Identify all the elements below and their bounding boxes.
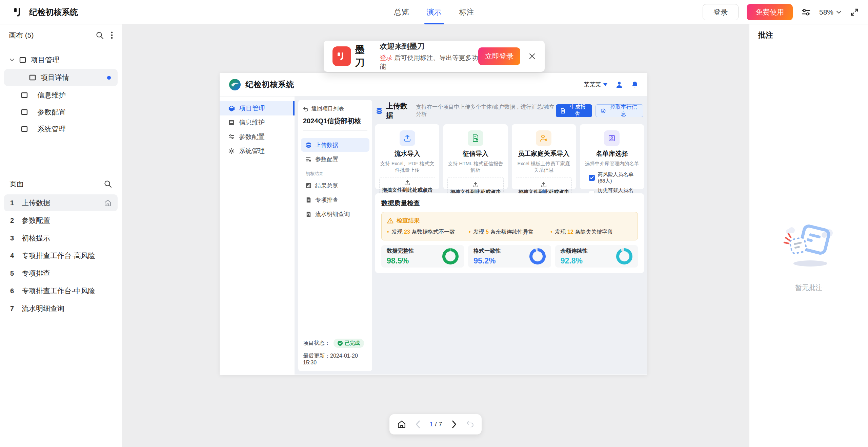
page-item-3[interactable]: 3 初核提示: [4, 230, 118, 247]
current-canvas-dot: [107, 76, 111, 80]
settings-sliders-icon[interactable]: [801, 7, 811, 17]
check-circle-icon: [338, 341, 343, 346]
prototype-preview: 纪检初核系统 某某某 项目管理 信息维护: [220, 73, 647, 375]
modao-logo-icon: [13, 6, 24, 18]
chevron-down-icon: [9, 58, 15, 62]
tree-item-info-maintenance[interactable]: 信息维护: [0, 87, 122, 104]
tree-item-param-config[interactable]: 参数配置: [0, 104, 122, 121]
tab-present[interactable]: 演示: [427, 0, 442, 24]
empty-annotations-label: 暂无批注: [749, 283, 868, 292]
prev-page-icon[interactable]: [415, 420, 421, 428]
frame-icon: [29, 74, 36, 81]
free-use-button[interactable]: 免费使用: [747, 4, 793, 20]
pages-list: 1 上传数据 2 参数配置 3 初核提示 4 专项排查工作台-高风险 5 专项排…: [0, 194, 122, 317]
restart-icon[interactable]: [466, 421, 474, 428]
page-item-6[interactable]: 6 专项排查工作台-中风险: [4, 282, 118, 299]
zoom-level: 58%: [819, 8, 833, 16]
cloud-download-icon: [601, 108, 606, 114]
progress-ring: [529, 248, 546, 264]
annotations-empty-state: 暂无批注: [749, 220, 868, 292]
annotations-panel: 批注 暂无批注: [749, 24, 868, 447]
content-subtitle: 支持在一个项目中上传多个主体/账户数据，进行汇总/独立分析: [416, 104, 556, 118]
page-item-7[interactable]: 7 流水明细查询: [4, 300, 118, 317]
upload-tray-icon: [472, 182, 479, 188]
person-import-icon: [536, 130, 551, 146]
bell-icon[interactable]: [631, 81, 639, 88]
upload-icon: [400, 130, 415, 146]
data-quality-section: 数据质量检查 检查结果 发现 23 条数据格式不一致 发现 5 条余额连续性异常…: [375, 193, 644, 273]
alert-item-missing: 发现 12 条缺失关键字段: [550, 229, 632, 236]
panel-item-flow-detail[interactable]: 流水明细查询: [301, 207, 369, 221]
close-icon[interactable]: [528, 52, 536, 60]
page-item-2[interactable]: 2 参数配置: [4, 212, 118, 229]
back-icon: [303, 107, 308, 111]
checkbox-checked-icon: [589, 175, 595, 181]
page-item-4[interactable]: 4 专项排查工作台-高风险: [4, 247, 118, 264]
status-badge: 已完成: [334, 339, 364, 348]
tab-overview[interactable]: 总览: [394, 0, 409, 24]
metric-completeness: 数据完整性 98.5%: [381, 245, 464, 268]
pull-bank-info-button[interactable]: 拉取本行信息: [596, 104, 643, 117]
nav-system-management[interactable]: 系统管理: [220, 144, 295, 158]
card-flow-import: 流水导入 支持 Excel、PDF 格式文件批量上传 拖拽文件到此处或点击上传 …: [375, 124, 439, 189]
canvas-tree: 项目管理 项目详情 信息维护 参数配置 系统管理: [0, 46, 122, 173]
project-title: 2024Q1信贷部初核: [303, 116, 367, 126]
last-updated: 最后更新：2024-01-20 15:30: [303, 353, 367, 366]
checkbox-high-risk[interactable]: 高风险人员名单(68人): [589, 171, 635, 184]
user-icon[interactable]: [615, 81, 623, 88]
canvas-area: 墨刀 欢迎来到墨刀 登录 后可使用标注、导出等更多功能 立即登录 纪检初核系统 …: [122, 24, 749, 447]
tree-item-project-management[interactable]: 项目管理: [0, 51, 122, 68]
quality-alert: 检查结果 发现 23 条数据格式不一致 发现 5 条余额连续性异常 发现 12 …: [381, 212, 638, 240]
nav-project-management[interactable]: 项目管理: [220, 101, 295, 115]
panel-item-result-overview[interactable]: 结果总览: [301, 179, 369, 192]
pages-panel-header: 页面: [0, 173, 122, 194]
frame-icon: [21, 109, 28, 115]
tab-annotate[interactable]: 标注: [459, 0, 474, 24]
login-button[interactable]: 登录: [703, 4, 739, 20]
upload-cards: 流水导入 支持 Excel、PDF 格式文件批量上传 拖拽文件到此处或点击上传 …: [375, 124, 644, 189]
home-icon[interactable]: [397, 420, 406, 429]
caret-down-icon: [603, 83, 607, 86]
progress-ring: [616, 248, 632, 264]
app-logo-icon: [228, 78, 241, 91]
generate-report-button[interactable]: 生成报告: [556, 104, 592, 117]
page-item-5[interactable]: 5 专项排查: [4, 265, 118, 282]
welcome-banner: 墨刀 欢迎来到墨刀 登录 后可使用标注、导出等更多功能 立即登录: [324, 41, 545, 72]
frame-icon: [21, 126, 28, 132]
zoom-control[interactable]: 58%: [819, 8, 842, 16]
user-dropdown[interactable]: 某某某: [584, 81, 607, 88]
database-icon: [306, 142, 311, 148]
project-panel: 返回项目列表 2024Q1信贷部初核 上传数据 参数配置: [298, 100, 372, 371]
nav-param-config[interactable]: 参数配置: [220, 130, 295, 144]
preview-app-header: 纪检初核系统 某某某: [220, 73, 647, 97]
preview-pager: 1 / 7: [389, 414, 482, 434]
search-icon[interactable]: [95, 31, 104, 40]
panel-item-special-check[interactable]: 专项排查: [301, 193, 369, 207]
metric-continuity: 余额连续性 92.8%: [555, 245, 638, 268]
banner-login-word[interactable]: 登录: [380, 54, 392, 61]
bar-chart-icon: [306, 183, 311, 189]
upload-tray-icon: [541, 182, 547, 188]
left-sidebar: 画布 (5) 项目管理 项目详情 信息维护 参数配置 系统管理: [0, 24, 122, 447]
page-counter: 1 / 7: [430, 421, 442, 428]
fullscreen-icon[interactable]: [850, 7, 859, 17]
quality-metrics: 数据完整性 98.5% 格式一致性 95.2% 余额连续性: [381, 245, 638, 268]
page-item-1[interactable]: 1 上传数据: [4, 194, 118, 211]
empty-annotations-illustration: [778, 220, 839, 274]
tree-item-system-management[interactable]: 系统管理: [0, 121, 122, 137]
cube-icon: [228, 105, 235, 112]
more-kebab-icon[interactable]: [111, 31, 113, 39]
search-icon[interactable]: [103, 179, 112, 188]
panel-item-param-config[interactable]: 参数配置: [301, 152, 369, 166]
preview-main-nav: 项目管理 信息维护 参数配置 系统管理: [220, 97, 295, 375]
tree-item-project-detail[interactable]: 项目详情: [4, 69, 118, 86]
page-title: 纪检初核系统: [29, 7, 78, 18]
nav-info-maintenance[interactable]: 信息维护: [220, 115, 295, 130]
panel-item-upload-data[interactable]: 上传数据: [301, 138, 369, 152]
back-to-project-list[interactable]: 返回项目列表: [303, 105, 367, 112]
login-now-button[interactable]: 立即登录: [478, 47, 520, 65]
sliders-gear-icon: [306, 156, 311, 162]
next-page-icon[interactable]: [451, 420, 458, 428]
progress-ring: [442, 248, 459, 264]
brand-block: 纪检初核系统: [13, 0, 78, 24]
